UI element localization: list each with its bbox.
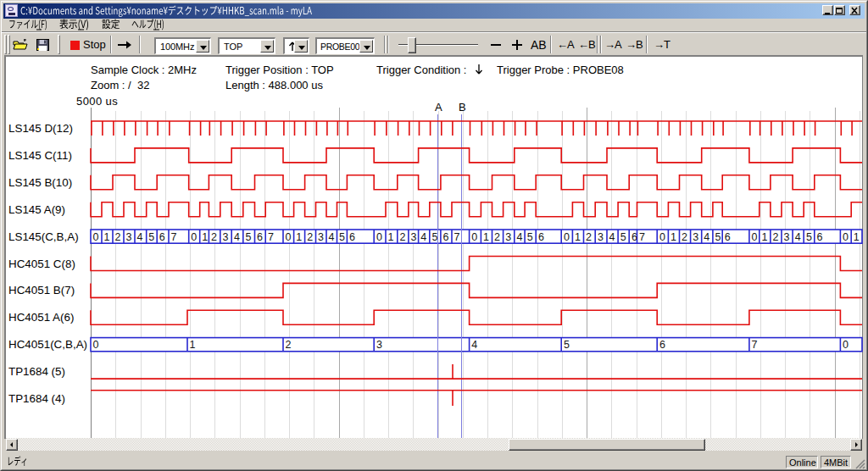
svg-text:5: 5 (148, 231, 154, 243)
svg-text:7: 7 (639, 231, 645, 243)
svg-text:0: 0 (843, 231, 849, 243)
svg-text:5: 5 (245, 231, 251, 243)
svg-text:3: 3 (126, 231, 132, 243)
svg-text:4: 4 (609, 231, 615, 243)
svg-text:2: 2 (399, 231, 405, 243)
svg-text:6: 6 (816, 231, 822, 243)
svg-text:3: 3 (693, 231, 698, 243)
svg-text:1: 1 (104, 231, 110, 243)
svg-text:3: 3 (318, 231, 324, 243)
svg-text:3: 3 (376, 339, 382, 351)
svg-text:6: 6 (443, 231, 449, 243)
svg-text:6: 6 (632, 231, 637, 243)
svg-text:4: 4 (137, 231, 143, 243)
svg-text:1: 1 (670, 231, 676, 243)
svg-text:1: 1 (575, 231, 581, 243)
svg-text:5: 5 (339, 231, 345, 243)
svg-text:0: 0 (659, 231, 665, 243)
svg-text:2: 2 (115, 231, 121, 243)
svg-text:1: 1 (190, 339, 196, 351)
svg-text:7: 7 (268, 231, 274, 243)
svg-text:2: 2 (682, 231, 687, 243)
svg-text:1: 1 (483, 231, 489, 243)
svg-text:0: 0 (191, 231, 197, 243)
svg-text:2: 2 (307, 231, 313, 243)
svg-text:6: 6 (159, 231, 165, 243)
svg-text:3: 3 (411, 231, 417, 243)
svg-text:0: 0 (843, 339, 849, 351)
svg-text:5: 5 (806, 231, 812, 243)
svg-text:7: 7 (752, 339, 758, 351)
svg-text:0: 0 (471, 231, 477, 243)
svg-text:0: 0 (564, 231, 570, 243)
svg-text:5: 5 (527, 231, 533, 243)
svg-text:1: 1 (388, 231, 394, 243)
svg-text:4: 4 (704, 231, 709, 243)
svg-text:4: 4 (234, 231, 240, 243)
svg-text:2: 2 (211, 231, 217, 243)
svg-text:6: 6 (538, 231, 544, 243)
svg-text:1: 1 (296, 231, 302, 243)
svg-text:5: 5 (620, 231, 626, 243)
svg-text:6: 6 (725, 231, 731, 243)
svg-text:2: 2 (773, 231, 779, 243)
svg-text:2: 2 (494, 231, 500, 243)
svg-text:7: 7 (171, 231, 177, 243)
svg-text:4: 4 (471, 339, 477, 351)
svg-text:6: 6 (257, 231, 263, 243)
svg-text:0: 0 (286, 231, 292, 243)
svg-text:1: 1 (202, 231, 208, 243)
svg-text:2: 2 (286, 339, 292, 351)
svg-text:5: 5 (564, 339, 570, 351)
svg-text:3: 3 (505, 231, 511, 243)
svg-text:4: 4 (420, 231, 426, 243)
svg-text:4: 4 (329, 231, 335, 243)
svg-text:2: 2 (586, 231, 592, 243)
svg-text:6: 6 (349, 231, 355, 243)
svg-text:1: 1 (854, 231, 860, 243)
svg-text:0: 0 (376, 231, 382, 243)
svg-text:4: 4 (516, 231, 522, 243)
svg-text:3: 3 (784, 231, 790, 243)
svg-text:4: 4 (795, 231, 801, 243)
svg-text:0: 0 (752, 231, 758, 243)
svg-text:7: 7 (454, 231, 460, 243)
svg-text:6: 6 (659, 339, 665, 351)
svg-text:5: 5 (431, 231, 437, 243)
svg-text:3: 3 (598, 231, 604, 243)
svg-text:1: 1 (761, 231, 767, 243)
svg-text:3: 3 (222, 231, 228, 243)
svg-text:5: 5 (715, 231, 721, 243)
